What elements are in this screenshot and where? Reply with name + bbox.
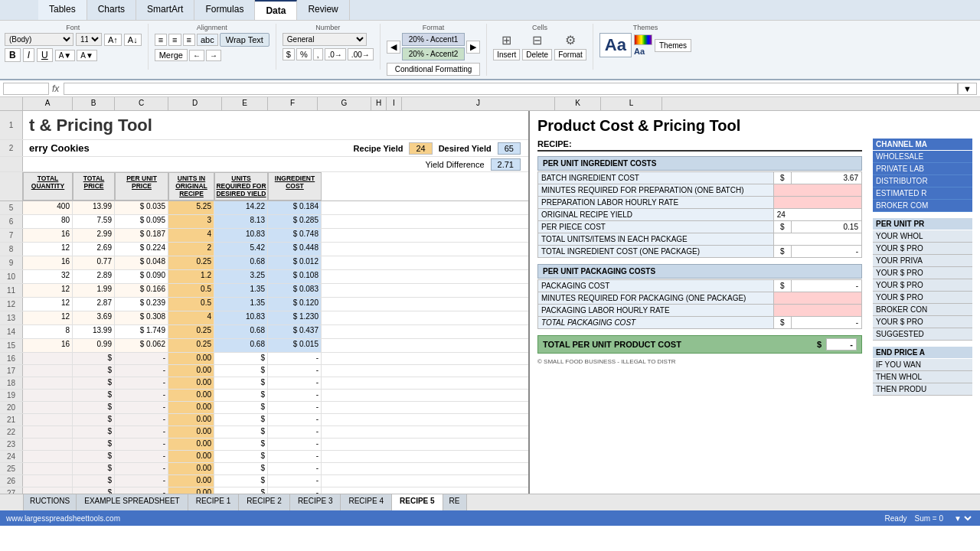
wrap-text-button[interactable]: Wrap Text bbox=[220, 33, 270, 47]
delete-button[interactable]: Delete bbox=[522, 49, 552, 60]
tab-re[interactable]: RE bbox=[443, 494, 467, 510]
font-family-select[interactable]: (Body) bbox=[5, 33, 74, 46]
number-format-select[interactable]: General bbox=[283, 33, 367, 46]
col-total-price: TOTAL PRICE bbox=[73, 172, 115, 201]
font-grow-button[interactable]: A↑ bbox=[104, 34, 122, 46]
accent1-swatch[interactable]: 20% - Accent1 bbox=[402, 33, 465, 46]
cell-empty-desired: $ bbox=[214, 451, 268, 462]
prep-labor-label: PREPARATION LABOR HOURLY RATE bbox=[538, 197, 774, 209]
cell-cost: $ 0.015 bbox=[268, 339, 322, 352]
cell-empty-desired: $ bbox=[214, 475, 268, 487]
cell-empty-orig: 0.00 bbox=[168, 463, 214, 474]
data-row: 13 12 3.69 $ 0.308 4 10.83 $ 1.230 bbox=[0, 311, 528, 325]
cell-orig: 0.25 bbox=[168, 325, 214, 338]
cell-empty-per-unit: - bbox=[115, 402, 168, 413]
col-header-i: I bbox=[387, 97, 402, 110]
cell-reference-input[interactable] bbox=[3, 83, 49, 95]
merge-button[interactable]: Merge bbox=[155, 49, 188, 61]
desired-yield-label: Desired Yield bbox=[439, 144, 492, 153]
formula-bar-expand-button[interactable]: ▼ bbox=[958, 83, 977, 95]
tab-recipe-3[interactable]: RECIPE 3 bbox=[290, 494, 341, 510]
packaging-costs-section: PER UNIT PACKAGING COSTS PACKAGING COST … bbox=[537, 264, 862, 329]
packaging-cost-symbol: $ bbox=[773, 280, 791, 292]
tab-charts[interactable]: Charts bbox=[87, 0, 136, 20]
cell-empty-per-unit: - bbox=[115, 377, 168, 389]
insert-button[interactable]: Insert bbox=[493, 49, 520, 60]
ribbon-group-format-label: Format bbox=[387, 24, 480, 31]
tab-formulas[interactable]: Formulas bbox=[194, 0, 255, 20]
cell-empty-qty bbox=[23, 475, 73, 487]
align-left-button[interactable]: ≡ bbox=[155, 34, 167, 46]
ribbon-group-number: Number General $ % , .0→ .00→ bbox=[283, 24, 381, 70]
zoom-select[interactable]: ▼ bbox=[951, 514, 974, 523]
table-row: TOTAL UNITS/ITEMS IN EACH PACKAGE bbox=[538, 233, 862, 246]
tab-tables[interactable]: Tables bbox=[38, 0, 87, 20]
end-price-if-you-want: IF YOU WAN bbox=[873, 359, 972, 371]
table-row: BATCH INGREDIENT COST $ 3.67 bbox=[538, 172, 862, 184]
cell-per-unit: $ 0.224 bbox=[115, 243, 168, 256]
next-style-button[interactable]: ▶ bbox=[466, 41, 480, 54]
font-shrink-button[interactable]: A↓ bbox=[124, 34, 142, 46]
decimal-dec-button[interactable]: .0→ bbox=[325, 48, 346, 60]
col-units-desired: UNITS REQUIRED FOR DESIRED YIELD bbox=[214, 172, 268, 201]
empty-row: 23 $ - 0.00 $ - bbox=[0, 439, 528, 451]
column-headers: A B C D E F G H I J K L bbox=[0, 97, 980, 111]
format-button[interactable]: Format bbox=[554, 49, 586, 60]
cell-empty-orig: 0.00 bbox=[168, 426, 214, 438]
cell-empty-desired: $ bbox=[214, 414, 268, 425]
comma-button[interactable]: % bbox=[296, 48, 312, 60]
tab-instructions[interactable]: RUCTIONS bbox=[23, 494, 77, 510]
themes-button[interactable]: Themes bbox=[655, 39, 691, 52]
empty-row: 18 $ - 0.00 $ - bbox=[0, 377, 528, 390]
prev-style-button[interactable]: ◀ bbox=[387, 41, 400, 54]
cell-empty-cost: - bbox=[268, 426, 322, 438]
pkg-time-label: MINUTES REQUIRED FOR PACKAGING (ONE PACK… bbox=[538, 292, 774, 305]
col-header-a: A bbox=[23, 97, 73, 110]
tab-recipe-1[interactable]: RECIPE 1 bbox=[188, 494, 240, 510]
cell-empty-desired: $ bbox=[214, 377, 268, 389]
tab-data[interactable]: Data bbox=[255, 0, 297, 20]
cell-desired: 14.22 bbox=[214, 201, 268, 214]
indent-left-button[interactable]: ← bbox=[189, 50, 204, 61]
number-format-button[interactable]: .00→ bbox=[348, 48, 374, 60]
packaging-costs-title: PER UNIT PACKAGING COSTS bbox=[537, 264, 862, 279]
ingredient-costs-section: PER UNIT INGREDIENT COSTS BATCH INGREDIE… bbox=[537, 156, 862, 258]
tab-example-spreadsheet[interactable]: EXAMPLE SPREADSHEET bbox=[77, 494, 188, 510]
font-color-button[interactable]: A▼ bbox=[77, 50, 97, 61]
cell-empty-price: $ bbox=[73, 402, 115, 413]
fill-color-button[interactable]: A▼ bbox=[55, 50, 76, 61]
ingredient-costs-title: PER UNIT INGREDIENT COSTS bbox=[537, 156, 862, 171]
tab-recipe-2[interactable]: RECIPE 2 bbox=[239, 494, 290, 510]
batch-cost-symbol: $ bbox=[773, 172, 791, 184]
decimal-inc-button[interactable]: , bbox=[313, 48, 323, 60]
yield-diff-value: 2.71 bbox=[491, 158, 521, 171]
cell-cost: $ 0.184 bbox=[268, 201, 322, 214]
data-row: 12 12 2.87 $ 0.239 0.5 1.35 $ 0.120 bbox=[0, 298, 528, 311]
tab-review[interactable]: Review bbox=[297, 0, 349, 20]
percent-button[interactable]: $ bbox=[283, 48, 295, 60]
tab-smartart[interactable]: SmartArt bbox=[136, 0, 194, 20]
font-size-select[interactable]: 11 bbox=[76, 33, 102, 46]
cell-cost: $ 0.012 bbox=[268, 256, 322, 269]
cell-empty-per-unit: - bbox=[115, 487, 168, 494]
cell-empty-desired: $ bbox=[214, 365, 268, 377]
ribbon-group-number-label: Number bbox=[283, 24, 374, 31]
cell-desired: 8.13 bbox=[214, 215, 268, 228]
formula-input[interactable] bbox=[64, 83, 958, 95]
cell-qty: 12 bbox=[23, 311, 73, 324]
underline-button[interactable]: U bbox=[37, 48, 53, 62]
cell-empty-qty bbox=[23, 414, 73, 425]
accent2-swatch[interactable]: 20% - Accent2 bbox=[402, 47, 465, 60]
cell-empty-price: $ bbox=[73, 439, 115, 450]
conditional-formatting-button[interactable]: Conditional Formatting bbox=[387, 63, 480, 76]
tab-recipe-4[interactable]: RECIPE 4 bbox=[341, 494, 392, 510]
align-right-button[interactable]: ≡ bbox=[183, 34, 195, 46]
align-center-button[interactable]: ≡ bbox=[168, 34, 181, 46]
bold-button[interactable]: B bbox=[5, 48, 21, 62]
indent-right-button[interactable]: → bbox=[206, 50, 221, 61]
italic-button[interactable]: I bbox=[23, 48, 34, 62]
total-ing-cost-pkg-label: TOTAL INGREDIENT COST (ONE PACKAGE) bbox=[538, 246, 774, 258]
tab-recipe-5[interactable]: RECIPE 5 bbox=[392, 494, 443, 510]
cell-empty-desired: $ bbox=[214, 439, 268, 450]
table-row: TOTAL PACKAGING COST $ - bbox=[538, 317, 862, 329]
